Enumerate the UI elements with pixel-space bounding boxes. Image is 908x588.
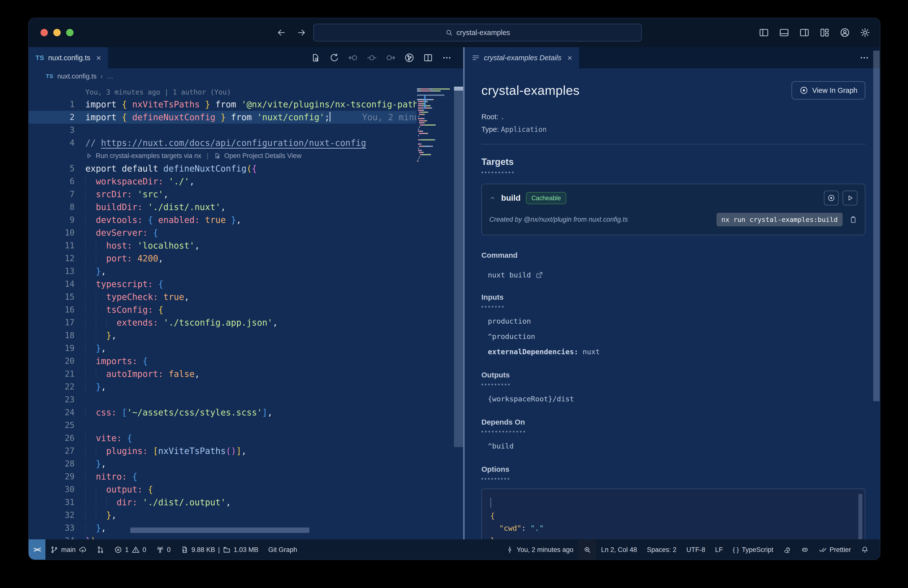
command-center-search[interactable]: crystal-examples (313, 24, 642, 42)
target-play-button[interactable] (843, 190, 857, 205)
code-line[interactable]: 4// https://nuxt.com/docs/api/configurat… (29, 137, 417, 149)
codelens-open-details-link[interactable]: Open Project Details View (224, 149, 301, 162)
close-tab-icon[interactable]: × (96, 53, 101, 63)
options-scrollbar[interactable] (858, 494, 862, 540)
layout-sidebar-right-icon[interactable] (799, 27, 810, 38)
status-file-size[interactable]: 9.88 KB|1.03 MB (175, 540, 264, 560)
copy-icon[interactable] (849, 216, 857, 224)
code-line[interactable]: 7 srcDir: 'src', (29, 188, 417, 201)
change-icon[interactable] (367, 53, 377, 63)
line-number: 10 (29, 226, 85, 239)
code-line[interactable]: 12 port: 4200, (29, 252, 417, 265)
code-line[interactable]: 9 devtools: { enabled: true }, (29, 214, 417, 226)
split-editor-icon[interactable] (423, 53, 433, 63)
zoom-window-button[interactable] (66, 29, 74, 36)
status-extension-squirrel[interactable] (778, 540, 796, 560)
status-indentation[interactable]: Spaces: 2 (642, 540, 681, 560)
code-line[interactable]: 27 plugins: [nxViteTsPaths()], (29, 445, 417, 458)
view-in-graph-button[interactable]: View In Graph (792, 81, 865, 100)
status-line-blame[interactable]: You, 2 minutes ago (501, 540, 578, 560)
status-zoom-status[interactable] (578, 540, 596, 560)
code-line[interactable]: 28 }, (29, 458, 417, 470)
arrow-right-icon[interactable] (297, 28, 306, 37)
code-line[interactable]: 26 vite: { (29, 432, 417, 445)
code-line[interactable]: 20 imports: { (29, 355, 417, 367)
status-language-mode[interactable]: { }TypeScript (728, 540, 778, 560)
vertical-scrollbar[interactable] (454, 88, 463, 447)
typescript-file-icon: TS (46, 73, 53, 79)
code-line[interactable]: 2import { defineNuxtConfig } from 'nuxt/… (29, 111, 417, 124)
code-line[interactable]: 30 output: { (29, 483, 417, 496)
status-bar-right: You, 2 minutes agoLn 2, Col 48Spaces: 2U… (501, 540, 880, 560)
code-line[interactable]: 32 }, (29, 509, 417, 522)
code-line[interactable]: 5export default defineNuxtConfig({ (29, 162, 417, 175)
next-change-icon[interactable] (386, 53, 396, 63)
ellipsis-icon[interactable] (442, 53, 452, 63)
code-line[interactable]: 6 workspaceDir: './', (29, 175, 417, 188)
status-prettier[interactable]: Prettier (814, 540, 856, 560)
cacheable-badge: Cacheable (526, 192, 567, 204)
target-name[interactable]: build (501, 193, 521, 203)
code-line[interactable]: 17 extends: './tsconfig.app.json', (29, 316, 417, 329)
code-line[interactable]: 21 autoImport: false, (29, 367, 417, 380)
chevron-up-icon[interactable] (489, 195, 496, 201)
panel-more-actions[interactable] (860, 47, 869, 68)
code-line[interactable]: 22 }, (29, 380, 417, 393)
code-line[interactable]: 1import { nxViteTsPaths } from '@nx/vite… (29, 98, 417, 111)
code-line[interactable]: 13 }, (29, 265, 417, 278)
breadcrumb[interactable]: TS nuxt.config.ts › … (29, 68, 463, 84)
code-line[interactable]: 15 typeCheck: true, (29, 290, 417, 303)
code-line[interactable]: 25 (29, 419, 417, 432)
code-line[interactable]: 34}); (29, 535, 417, 540)
status-ports[interactable]: 0 (151, 540, 175, 560)
comment-url-link[interactable]: https://nuxt.com/docs/api/configuration/… (101, 138, 366, 148)
breadcrumb-symbol[interactable]: … (106, 72, 113, 80)
status-cursor-position[interactable]: Ln 2, Col 48 (596, 540, 642, 560)
code-line[interactable]: 23 (29, 393, 417, 406)
status-copilot[interactable] (796, 540, 814, 560)
close-window-button[interactable] (40, 29, 48, 36)
code-line[interactable]: 3 (29, 124, 417, 137)
code-line[interactable]: 8 buildDir: './dist/.nuxt', (29, 201, 417, 214)
prev-change-icon[interactable] (348, 53, 358, 63)
status-eol[interactable]: LF (710, 540, 728, 560)
panel-scrollbar[interactable] (873, 51, 880, 401)
horizontal-scrollbar[interactable] (130, 528, 309, 533)
status-notifications[interactable] (856, 540, 874, 560)
arrow-left-icon[interactable] (277, 28, 286, 37)
code-line[interactable]: 14 typescript: { (29, 278, 417, 290)
target-eye-button[interactable] (824, 190, 839, 205)
status-problems[interactable]: 10 (109, 540, 151, 560)
code-line[interactable]: 11 host: 'localhost', (29, 239, 417, 252)
status-git-graph[interactable]: Git Graph (263, 540, 302, 560)
layout-panel-icon[interactable] (779, 27, 789, 38)
account-icon[interactable] (840, 27, 850, 38)
code-line[interactable]: 16 tsConfig: { (29, 303, 417, 316)
status-remote-indicator[interactable]: >< (29, 540, 45, 560)
code-line[interactable]: 10 devServer: { (29, 226, 417, 239)
codelens-run-link[interactable]: Run crystal-examples targets via nx (96, 149, 201, 162)
options-code-block[interactable]: { "cwd": "."} (481, 488, 865, 540)
status-encoding[interactable]: UTF-8 (681, 540, 710, 560)
refresh-icon[interactable] (329, 53, 339, 63)
gear-icon[interactable] (860, 27, 870, 38)
tab-nuxt-config[interactable]: TS nuxt.config.ts × (29, 47, 108, 68)
code-line[interactable]: 31 dir: './dist/.output', (29, 496, 417, 509)
close-tab-icon[interactable]: × (567, 53, 572, 63)
breadcrumb-file[interactable]: nuxt.config.ts (57, 72, 97, 80)
status-git-compare[interactable] (92, 540, 109, 560)
code-line[interactable]: 18 }, (29, 329, 417, 342)
code-editor[interactable]: You, 3 minutes ago | 1 author (You)1impo… (29, 84, 463, 540)
code-line[interactable]: 24 css: ['~/assets/css/styles.scss'], (29, 406, 417, 419)
code-line[interactable]: 29 nitro: { (29, 470, 417, 483)
code-line[interactable]: 19 }, (29, 342, 417, 355)
command-value-row[interactable]: nuxt build (488, 271, 865, 279)
status-git-branch[interactable]: main (45, 540, 92, 560)
history-circle-icon[interactable] (404, 53, 414, 63)
tab-project-details[interactable]: crystal-examples Details × (465, 47, 579, 68)
layout-sidebar-left-icon[interactable] (759, 27, 769, 38)
minimize-window-button[interactable] (53, 29, 61, 36)
layout-grid-icon[interactable] (819, 27, 830, 38)
minimap[interactable] (417, 84, 454, 540)
file-search-icon[interactable] (311, 53, 320, 63)
